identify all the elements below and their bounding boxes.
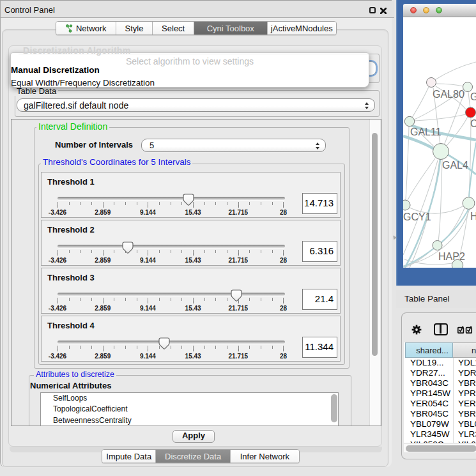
svg-text:GAL4: GAL4	[442, 160, 468, 171]
svg-text:GAL80: GAL80	[433, 89, 464, 100]
svg-text:CR: CR	[470, 118, 476, 129]
svg-text:GAL11: GAL11	[410, 127, 441, 137]
svg-text:GA: GA	[470, 91, 476, 102]
svg-text:GCY1: GCY1	[403, 211, 431, 222]
svg-text:HAP2: HAP2	[438, 251, 465, 262]
svg-text:HA: HA	[470, 211, 476, 222]
